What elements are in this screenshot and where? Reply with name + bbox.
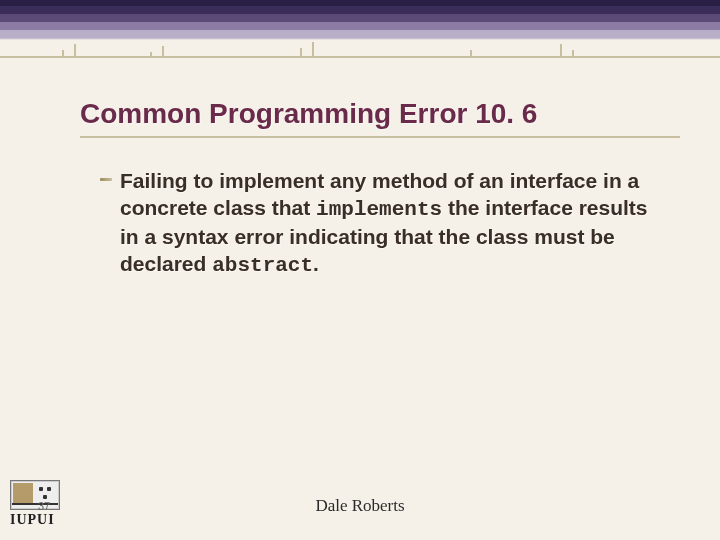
body-block: Failing to implement any method of an in… <box>120 168 664 280</box>
bullet-icon <box>100 178 112 181</box>
keyword-implements: implements <box>316 198 442 221</box>
slide-title: Common Programming Error 10. 6 <box>80 98 680 138</box>
header-ornament <box>0 34 720 58</box>
body-seg-3: . <box>313 252 319 275</box>
header-band <box>0 0 720 58</box>
keyword-abstract: abstract <box>212 254 313 277</box>
footer-author: Dale Roberts <box>0 496 720 516</box>
body-text: Failing to implement any method of an in… <box>120 168 664 280</box>
